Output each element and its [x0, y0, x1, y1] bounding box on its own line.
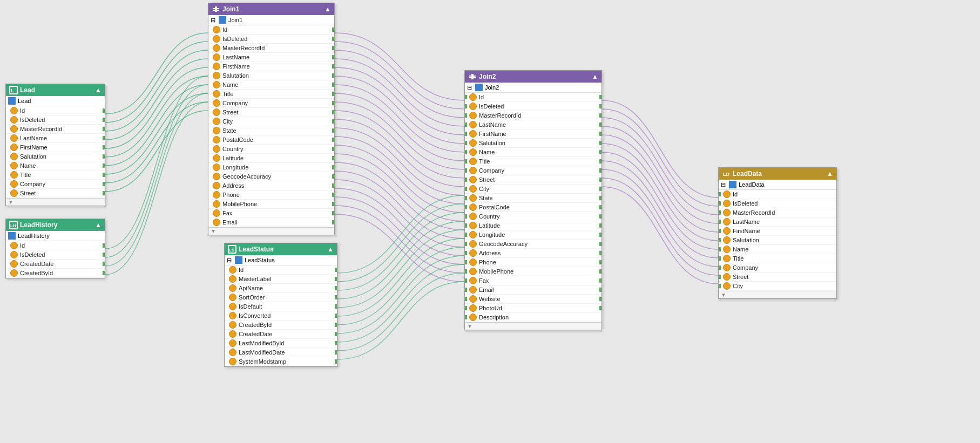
connector-right	[599, 132, 601, 136]
field-row: City	[465, 185, 601, 194]
connector-right	[103, 173, 105, 177]
connector-right	[599, 297, 601, 301]
field-icon	[213, 173, 220, 180]
connector-right	[599, 104, 601, 108]
connector-right	[599, 150, 601, 154]
connector-left	[465, 187, 467, 191]
field-icon	[469, 213, 477, 220]
join2-sub-label: Join2	[485, 84, 499, 91]
field-row: MobilePhone	[465, 267, 601, 276]
join2-sub-icon	[475, 84, 483, 91]
field-icon	[213, 219, 220, 226]
field-icon	[469, 203, 477, 211]
connector-left	[465, 178, 467, 182]
field-icon	[723, 264, 731, 271]
connector-left	[465, 150, 467, 154]
join1-sub-icon	[219, 16, 226, 24]
connector-right	[599, 187, 601, 191]
connector-right	[332, 92, 334, 96]
field-icon	[469, 304, 477, 312]
join2-scroll-indicator: ▼	[465, 322, 601, 330]
connector-right	[335, 323, 337, 327]
field-row: PostalCode	[208, 135, 334, 145]
connector-right	[335, 286, 337, 290]
table-lead-header: L Lead ▲	[6, 84, 105, 96]
field-row: FirstName	[6, 143, 105, 152]
join1-scroll-indicator: ▼	[208, 227, 334, 235]
field-icon	[469, 240, 477, 248]
field-icon	[213, 81, 220, 88]
field-icon	[10, 269, 18, 277]
connector-right	[332, 83, 334, 87]
leaddata-sub-label: LeadData	[739, 181, 765, 188]
connector-right	[103, 108, 105, 113]
field-icon	[469, 295, 477, 303]
field-row: Country	[465, 212, 601, 221]
connector-right	[103, 182, 105, 186]
field-row: IsDeleted	[6, 250, 105, 260]
field-icon	[469, 277, 477, 284]
leadhistory-title: LeadHistory	[20, 221, 57, 229]
join1-expand-icon: ⊟	[211, 17, 215, 24]
connector-right	[332, 55, 334, 59]
connector-left	[465, 205, 467, 209]
field-row: Id	[719, 190, 836, 199]
connector-right	[332, 101, 334, 105]
field-row: PhotoUrl	[465, 304, 601, 313]
svg-rect-9	[215, 6, 217, 12]
lead-subheader: Lead	[6, 96, 105, 106]
connector-right	[332, 64, 334, 69]
connector-right	[599, 214, 601, 219]
connector-right	[335, 332, 337, 336]
field-row: Latitude	[208, 154, 334, 163]
connector-right	[599, 251, 601, 255]
connector-right	[332, 211, 334, 215]
field-row: MasterRecordId	[719, 208, 836, 217]
connector-left	[465, 104, 467, 108]
table-leadstatus[interactable]: LS LeadStatus ▲ ⊟ LeadStatus Id MasterLa…	[224, 243, 337, 367]
field-row: Email	[465, 285, 601, 295]
join1-subheader: ⊟ Join1	[208, 15, 334, 25]
field-row: Id	[225, 265, 337, 275]
table-leadhistory[interactable]: LH LeadHistory ▲ LeadHistory Id IsDelete…	[5, 219, 105, 278]
connector-right	[599, 122, 601, 127]
connector-right	[599, 242, 601, 246]
field-icon	[723, 200, 731, 207]
field-row: FirstName	[465, 130, 601, 139]
field-icon	[723, 246, 731, 253]
table-leaddata[interactable]: LD LeadData ▲ ⊟ LeadData Id IsDeleted Ma…	[718, 167, 837, 299]
table-lead[interactable]: L Lead ▲ Lead Id IsDeleted MasterRecordI…	[5, 84, 105, 206]
connector-right	[332, 183, 334, 188]
join1-sub-label: Join1	[228, 17, 242, 23]
table-join2[interactable]: Join2 ▲ ⊟ Join2 Id IsDeleted MasterRecor…	[464, 70, 602, 330]
field-icon	[229, 303, 236, 310]
field-row: Name	[465, 148, 601, 157]
field-row: Fax	[465, 276, 601, 285]
field-row: Id	[208, 25, 334, 35]
field-icon	[213, 127, 220, 134]
field-icon	[723, 190, 731, 198]
connector-right	[103, 154, 105, 159]
connector-left	[465, 269, 467, 274]
field-row: City	[719, 282, 836, 291]
field-icon	[469, 194, 477, 202]
field-icon	[213, 182, 220, 189]
connector-left	[719, 229, 721, 233]
field-icon	[229, 330, 236, 338]
connector-right	[599, 141, 601, 145]
field-icon	[469, 93, 477, 101]
field-icon	[469, 286, 477, 294]
connector-right	[332, 202, 334, 206]
connector-left	[719, 284, 721, 288]
connector-right	[332, 174, 334, 179]
field-row: Longitude	[465, 230, 601, 240]
field-icon	[469, 222, 477, 229]
field-row: Name	[719, 245, 836, 254]
field-icon	[229, 358, 236, 365]
table-join1[interactable]: Join1 ▲ ⊟ Join1 Id IsDeleted MasterRecor…	[208, 3, 335, 235]
join1-header: Join1 ▲	[208, 3, 334, 15]
join2-subheader: ⊟ Join2	[465, 83, 601, 93]
svg-text:LH: LH	[10, 223, 16, 228]
connector-right	[599, 223, 601, 228]
field-icon	[469, 313, 477, 321]
